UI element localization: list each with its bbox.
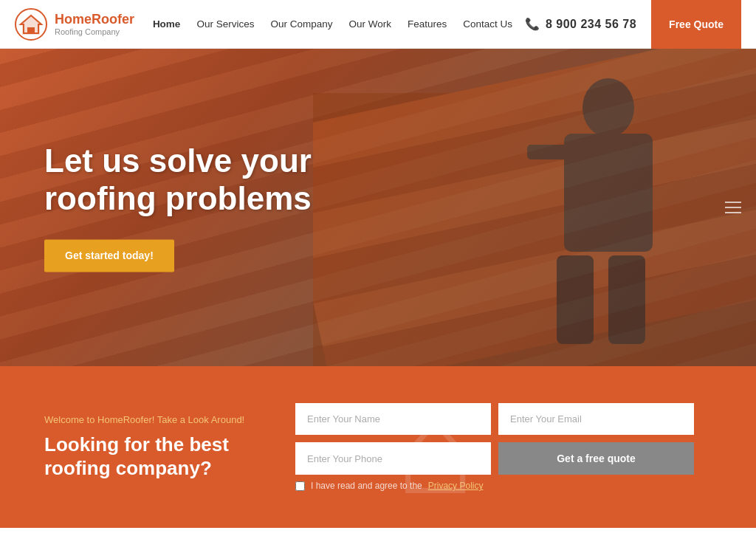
footer-teaser: Trust the Experts for All Your Roofing N…: [0, 528, 756, 550]
get-started-button[interactable]: Get started today!: [44, 240, 174, 272]
svg-point-11: [583, 78, 634, 137]
hamburger-menu[interactable]: [725, 202, 741, 213]
logo-area: HomeRoofer Roofing Company: [15, 8, 140, 41]
logo-subtitle: Roofing Company: [55, 27, 134, 36]
phone-number: 8 900 234 56 78: [546, 18, 636, 31]
cta-form: Get a free quote I have read and agree t…: [295, 403, 694, 491]
svg-rect-3: [27, 27, 35, 33]
nav-services[interactable]: Our Services: [196, 18, 254, 30]
free-quote-button[interactable]: Free Quote: [651, 0, 741, 49]
privacy-row: I have read and agree to the Privacy Pol…: [295, 481, 694, 491]
nav-home[interactable]: Home: [153, 18, 181, 30]
nav-contact[interactable]: Contact Us: [463, 18, 512, 30]
privacy-link[interactable]: Privacy Policy: [428, 481, 484, 491]
cta-text-block: Welcome to HomeRoofer! Take a Look Aroun…: [44, 414, 251, 481]
nav-features[interactable]: Features: [408, 18, 447, 30]
hero-section: Let us solve your roofing problems Get s…: [0, 49, 756, 366]
hamburger-line-1: [725, 202, 741, 203]
cta-welcome-text: Welcome to HomeRoofer! Take a Look Aroun…: [44, 414, 251, 425]
name-input[interactable]: [295, 403, 491, 435]
svg-rect-15: [608, 255, 645, 344]
get-quote-button[interactable]: Get a free quote: [498, 442, 694, 475]
cta-title: Looking for the best roofing company?: [44, 433, 251, 481]
header: HomeRoofer Roofing Company Home Our Serv…: [0, 0, 756, 49]
main-nav: Home Our Services Our Company Our Work F…: [140, 18, 525, 30]
privacy-text: I have read and agree to the: [311, 481, 422, 491]
email-input[interactable]: [498, 403, 694, 435]
nav-work[interactable]: Our Work: [348, 18, 391, 30]
svg-rect-14: [557, 255, 594, 344]
hamburger-line-2: [725, 207, 741, 208]
svg-rect-12: [564, 134, 653, 252]
logo-icon: [15, 8, 47, 41]
hero-title: Let us solve your roofing problems: [44, 142, 399, 217]
nav-company[interactable]: Our Company: [270, 18, 332, 30]
logo-text-block: HomeRoofer Roofing Company: [55, 12, 134, 37]
phone-area: 📞 8 900 234 56 78: [525, 17, 636, 31]
phone-icon: 📞: [525, 17, 540, 31]
svg-rect-13: [527, 145, 571, 159]
hero-content: Let us solve your roofing problems Get s…: [44, 142, 399, 272]
logo-title: HomeRoofer: [55, 12, 134, 28]
phone-input[interactable]: [295, 442, 491, 475]
cta-section: ⌂ Welcome to HomeRoofer! Take a Look Aro…: [0, 366, 756, 528]
privacy-checkbox[interactable]: [295, 481, 305, 491]
hamburger-line-3: [725, 212, 741, 213]
